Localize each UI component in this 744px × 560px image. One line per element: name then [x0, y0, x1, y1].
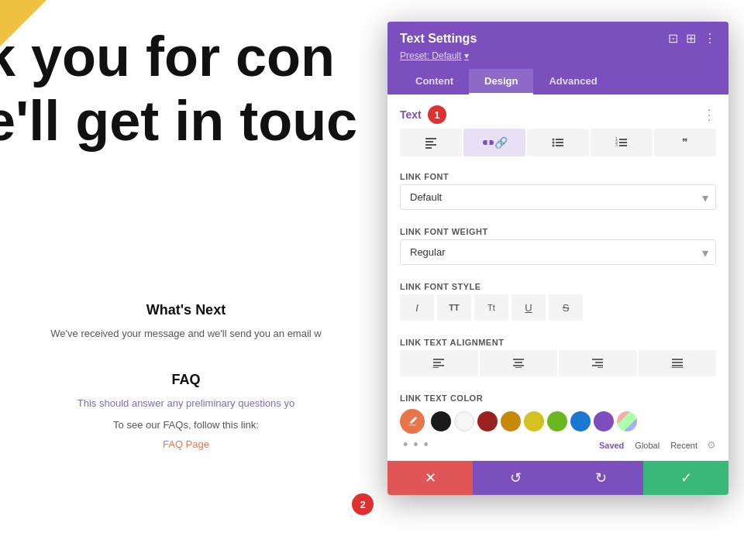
text-style-buttons: 🔗 1.2.3. ❞ — [388, 129, 728, 166]
section-title-row: Text 1 — [400, 105, 446, 124]
more-color-dots-button[interactable]: • • • — [400, 437, 432, 453]
preset-arrow: ▾ — [464, 50, 469, 61]
svg-rect-21 — [515, 362, 522, 363]
bg-section-faq: FAQ This should answer any preliminary q… — [0, 372, 372, 452]
alignment-buttons — [388, 350, 728, 387]
color-swatch-white[interactable] — [454, 411, 474, 431]
link-font-label: Link Font — [388, 166, 728, 184]
list-unordered-button[interactable] — [527, 129, 589, 156]
color-swatch-black[interactable] — [431, 411, 451, 431]
cancel-button[interactable]: ✕ — [388, 461, 473, 495]
more-options-icon[interactable]: ⋮ — [704, 31, 716, 46]
saved-tab-recent[interactable]: Recent — [667, 439, 701, 452]
color-swatch-yellow[interactable] — [524, 411, 544, 431]
svg-rect-3 — [425, 147, 432, 149]
color-swatch-dark-red[interactable] — [477, 411, 498, 431]
modal-header: Text Settings ⊡ ⊞ ⋮ Preset: Default ▾ Co… — [388, 22, 728, 94]
svg-rect-18 — [433, 365, 444, 366]
badge-1: 1 — [428, 105, 446, 124]
redo-button[interactable]: ↻ — [558, 461, 643, 495]
faq-text: This should answer any preliminary quest… — [16, 396, 356, 411]
svg-rect-23 — [515, 367, 522, 368]
svg-rect-17 — [433, 362, 441, 363]
list-ordered-button[interactable]: 1.2.3. — [591, 129, 653, 156]
modal-header-icons: ⊡ ⊞ ⋮ — [668, 31, 716, 46]
preset-selector[interactable]: Preset: Default ▾ — [400, 50, 716, 61]
svg-rect-30 — [672, 365, 683, 366]
italic-button[interactable]: I — [400, 294, 434, 321]
align-justify-text-button[interactable] — [639, 350, 717, 376]
undo-button[interactable]: ↺ — [473, 461, 558, 495]
text-settings-panel: Text Settings ⊡ ⊞ ⋮ Preset: Default ▾ Co… — [388, 22, 728, 495]
redo-icon: ↻ — [595, 469, 607, 486]
svg-rect-1 — [425, 141, 433, 143]
tab-advanced[interactable]: Advanced — [533, 69, 612, 94]
saved-tab-global[interactable]: Global — [632, 439, 663, 452]
saved-tab-settings-icon[interactable]: ⚙ — [707, 439, 716, 451]
svg-rect-28 — [672, 359, 683, 360]
link-button[interactable]: 🔗 — [463, 129, 525, 156]
align-center-text-button[interactable] — [480, 350, 558, 376]
faq-title: FAQ — [16, 372, 356, 388]
link-font-weight-select[interactable]: Regular — [400, 239, 716, 265]
faq-link-line: To see our FAQs, follow this link: — [16, 417, 356, 433]
svg-rect-13 — [619, 142, 627, 143]
modal-footer: ✕ ↺ ↻ ✓ — [388, 461, 728, 495]
all-caps-button[interactable]: TT — [437, 294, 471, 321]
bg-heading-line1: k you for con — [0, 23, 335, 90]
svg-rect-19 — [433, 367, 439, 368]
save-button[interactable]: ✓ — [643, 461, 728, 495]
svg-rect-25 — [595, 362, 603, 363]
color-swatch-purple[interactable] — [594, 411, 614, 431]
link-text-alignment-label: Link Text Alignment — [388, 332, 728, 350]
modal-header-top: Text Settings ⊡ ⊞ ⋮ — [400, 31, 716, 46]
bg-heading-line2: e'll get in touc — [0, 89, 357, 153]
link-font-style-label: Link Font Style — [388, 276, 728, 294]
columns-icon[interactable]: ⊞ — [686, 31, 696, 46]
color-row — [388, 406, 728, 437]
svg-rect-29 — [672, 362, 683, 363]
svg-rect-22 — [513, 365, 524, 366]
svg-rect-26 — [592, 365, 603, 366]
badge-2: 2 — [352, 493, 374, 515]
text-section-header: Text 1 ⋮ — [388, 94, 728, 129]
save-icon: ✓ — [680, 469, 692, 486]
align-right-text-button[interactable] — [559, 350, 637, 376]
faq-page-link: FAQ Page — [16, 437, 356, 452]
section-more-icon[interactable]: ⋮ — [702, 106, 716, 123]
saved-global-recent-tabs: Saved Global Recent ⚙ — [596, 439, 716, 452]
svg-point-4 — [553, 139, 555, 141]
bg-section-whats-next: What's Next We've received your message … — [0, 302, 372, 342]
font-style-buttons: I TT Tt U S — [388, 294, 728, 332]
svg-rect-9 — [556, 145, 563, 146]
blockquote-button[interactable]: ❞ — [654, 129, 716, 156]
svg-point-6 — [553, 142, 555, 144]
link-font-weight-select-wrapper: Regular ▾ — [400, 239, 716, 265]
strikethrough-button[interactable]: S — [549, 294, 583, 321]
svg-rect-16 — [433, 359, 444, 360]
capitalize-button[interactable]: Tt — [474, 294, 508, 321]
svg-rect-31 — [672, 367, 683, 368]
color-swatch-green[interactable] — [547, 411, 567, 431]
svg-rect-5 — [556, 139, 563, 140]
svg-rect-27 — [598, 367, 603, 368]
tab-design[interactable]: Design — [469, 69, 533, 94]
color-swatch-blue[interactable] — [570, 411, 591, 431]
modal-title: Text Settings — [400, 32, 477, 46]
tab-content[interactable]: Content — [400, 69, 469, 94]
modal-body: Text 1 ⋮ 🔗 1.2.3. ❞ Link Font — [388, 94, 728, 461]
underline-button[interactable]: U — [512, 294, 546, 321]
align-left-text-button[interactable] — [400, 350, 478, 376]
align-left-button[interactable] — [400, 129, 462, 156]
whats-next-text: We've received your message and we'll se… — [16, 326, 356, 342]
modal-tabs: Content Design Advanced — [400, 69, 716, 94]
link-font-weight-label: Link Font Weight — [388, 221, 728, 239]
resize-icon[interactable]: ⊡ — [668, 31, 678, 46]
svg-point-8 — [553, 145, 555, 147]
whats-next-title: What's Next — [16, 302, 356, 318]
color-palette-icon[interactable] — [617, 411, 637, 431]
link-font-select[interactable]: Default — [400, 184, 716, 210]
saved-tab-saved[interactable]: Saved — [596, 439, 627, 452]
color-swatch-orange[interactable] — [501, 411, 521, 431]
color-edit-button[interactable] — [400, 409, 425, 434]
